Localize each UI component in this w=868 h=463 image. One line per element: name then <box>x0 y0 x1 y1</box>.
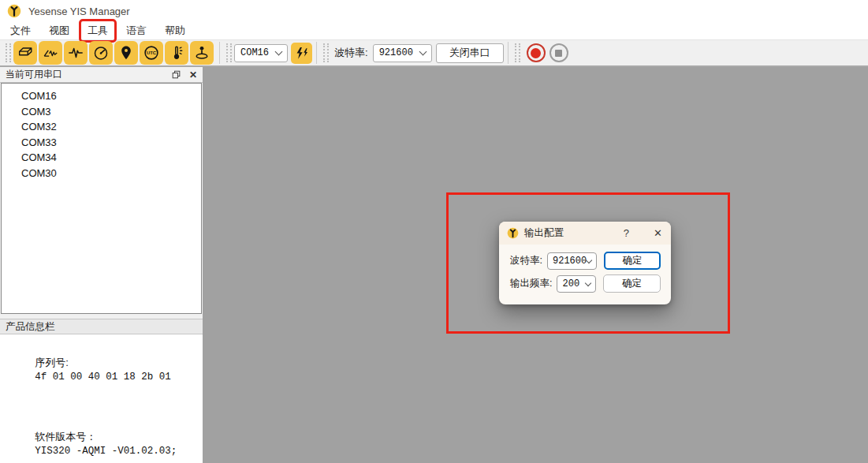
software-version-label: 软件版本号： <box>35 431 96 442</box>
cube-3d-button[interactable] <box>13 41 37 65</box>
svg-text:UTC: UTC <box>147 50 157 55</box>
toolbar-separator <box>219 42 220 64</box>
dialog-output-rate-label: 输出频率: <box>510 277 552 290</box>
main-area: 当前可用串口 ✕ COM16 COM3 COM32 COM33 COM34 CO… <box>0 67 868 463</box>
list-item[interactable]: COM34 <box>2 150 201 166</box>
thermometer-icon <box>168 44 185 62</box>
angle-wave-button[interactable] <box>39 41 62 65</box>
yesense-logo-icon <box>507 227 519 239</box>
list-item[interactable]: COM3 <box>2 104 201 120</box>
toolbar-drag-handle[interactable] <box>323 43 329 62</box>
available-ports-list: COM16 COM3 COM32 COM33 COM34 COM30 <box>1 83 202 314</box>
software-version-value: YIS320 -AQMI -V01.02.03; <box>35 446 177 457</box>
menubar: 文件 视图 工具 语言 帮助 <box>0 22 868 39</box>
chevron-down-icon <box>275 48 283 56</box>
dialog-titlebar[interactable]: 输出配置 ? ✕ <box>499 222 671 245</box>
software-version-line: 软件版本号： YIS320 -AQMI -V01.02.03; <box>6 418 177 463</box>
utc-clock-button[interactable]: UTC <box>140 41 163 65</box>
waveform-button[interactable] <box>64 41 88 65</box>
utc-clock-icon: UTC <box>143 44 160 62</box>
toolbar-separator <box>316 42 317 64</box>
dialog-baud-combo[interactable]: 921600 <box>547 252 597 270</box>
output-config-dialog: 输出配置 ? ✕ 波特率: 921600 确定 输出频率: <box>499 222 671 304</box>
angle-wave-icon <box>42 44 59 62</box>
close-serial-button[interactable]: 关闭串口 <box>436 43 504 63</box>
baud-rate-row: 波特率: 921600 确定 <box>510 252 661 270</box>
baud-rate-combo[interactable]: 921600 <box>373 44 432 62</box>
ports-panel-title: 当前可用串口 <box>6 68 62 81</box>
dialog-help-button[interactable]: ? <box>624 227 629 239</box>
dialog-output-rate-combo[interactable]: 200 <box>557 275 596 293</box>
app-window: Yesense YIS Manager 文件 视图 工具 语言 帮助 <box>0 0 868 463</box>
left-dock: 当前可用串口 ✕ COM16 COM3 COM32 COM33 COM34 CO… <box>0 67 203 463</box>
chevron-down-icon <box>419 48 427 56</box>
dialog-title: 输出配置 <box>524 226 564 240</box>
yesense-logo-icon <box>7 4 21 18</box>
pressure-pin-icon <box>193 44 210 62</box>
port-combo[interactable]: COM16 <box>234 44 288 62</box>
menu-item-language[interactable]: 语言 <box>121 22 152 39</box>
float-panel-icon[interactable] <box>172 70 181 79</box>
record-button[interactable] <box>527 43 546 62</box>
chevron-down-icon <box>585 279 591 286</box>
menu-item-help[interactable]: 帮助 <box>159 22 191 39</box>
gauge-icon <box>92 44 110 62</box>
baud-rate-value: 921600 <box>379 47 413 58</box>
menu-item-file[interactable]: 文件 <box>5 22 36 39</box>
chevron-down-icon <box>586 256 592 263</box>
dialog-baud-value: 921600 <box>553 256 587 267</box>
output-rate-row: 输出频率: 200 确定 <box>510 274 661 293</box>
menu-item-view[interactable]: 视图 <box>43 22 75 39</box>
dialog-baud-label: 波特率: <box>510 254 542 267</box>
gauge-button[interactable] <box>89 41 113 65</box>
toolbar-drag-handle[interactable] <box>226 43 232 62</box>
waveform-icon <box>67 44 84 62</box>
baud-rate-label: 波特率: <box>334 46 368 60</box>
list-item[interactable]: COM33 <box>2 135 201 151</box>
port-combo-value: COM16 <box>240 47 269 58</box>
list-item[interactable]: COM30 <box>2 166 201 181</box>
app-title: Yesense YIS Manager <box>28 6 130 17</box>
workspace: 输出配置 ? ✕ 波特率: 921600 确定 输出频率: <box>203 67 868 463</box>
location-pin-icon <box>117 44 135 62</box>
menu-item-tools[interactable]: 工具 <box>82 22 114 39</box>
double-lightning-refresh-icon <box>294 46 309 61</box>
dialog-body: 波特率: 921600 确定 输出频率: 200 确定 <box>499 245 671 293</box>
location-pin-button[interactable] <box>114 41 138 65</box>
product-info-header: 产品信息栏 <box>0 319 203 334</box>
toolbar-drag-handle[interactable] <box>515 43 520 62</box>
toolbar: UTC COM16 <box>0 39 868 67</box>
close-icon[interactable]: ✕ <box>189 69 197 80</box>
stop-icon <box>549 43 568 62</box>
ports-panel-header: 当前可用串口 ✕ <box>0 67 203 83</box>
refresh-ports-button[interactable] <box>291 43 312 64</box>
cube-3d-icon <box>17 44 34 62</box>
confirm-baud-button[interactable]: 确定 <box>604 252 661 270</box>
list-item[interactable]: COM16 <box>2 88 201 104</box>
dialog-output-rate-value: 200 <box>562 278 579 289</box>
list-item[interactable]: COM32 <box>2 119 201 135</box>
serial-number-line: 序列号: 4f 01 00 40 01 18 2b 01 <box>6 344 171 394</box>
product-info-title: 产品信息栏 <box>6 320 55 334</box>
record-icon <box>527 43 546 62</box>
serial-number-value: 4f 01 00 40 01 18 2b 01 <box>35 372 171 383</box>
stop-button[interactable] <box>549 43 568 62</box>
pressure-pin-button[interactable] <box>190 41 214 65</box>
confirm-output-rate-button[interactable]: 确定 <box>603 274 661 293</box>
toolbar-separator <box>508 42 509 64</box>
product-info-body: 序列号: 4f 01 00 40 01 18 2b 01 软件版本号： YIS3… <box>0 334 203 463</box>
serial-number-label: 序列号: <box>35 357 69 368</box>
thermometer-button[interactable] <box>165 41 188 65</box>
dialog-close-button[interactable]: ✕ <box>654 227 662 239</box>
toolbar-drag-handle[interactable] <box>6 43 11 62</box>
titlebar: Yesense YIS Manager <box>0 0 868 22</box>
